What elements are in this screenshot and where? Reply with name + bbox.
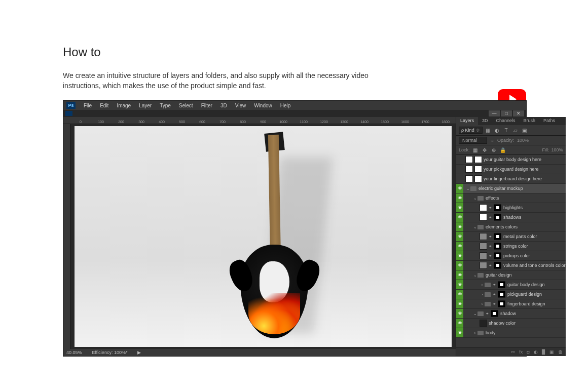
layer-name-label[interactable]: effects [486, 195, 566, 201]
visibility-toggle[interactable] [456, 155, 463, 164]
mask-thumb[interactable] [498, 281, 505, 288]
menu-layer[interactable]: Layer [135, 102, 156, 109]
visibility-toggle[interactable]: 👁 [456, 193, 463, 203]
layer-name-label[interactable]: pickguard design [507, 292, 566, 297]
menu-type[interactable]: Type [156, 102, 175, 109]
layer-row[interactable]: 👁›body [456, 328, 566, 338]
expand-arrow-icon[interactable]: ⌄ [472, 225, 477, 229]
visibility-toggle[interactable]: 👁 [456, 222, 463, 231]
layer-name-label[interactable]: highlights [503, 205, 566, 210]
smart-thumb[interactable] [474, 175, 482, 182]
layer-name-label[interactable]: guitar body design [507, 282, 566, 287]
layer-name-label[interactable]: pickups color [503, 253, 566, 258]
layer-name-label[interactable]: guitar design [486, 272, 566, 278]
layer-name-label[interactable]: shadow color [489, 321, 566, 326]
visibility-toggle[interactable]: 👁 [456, 299, 463, 308]
layer-row[interactable]: 👁›⚭guitar body design [456, 280, 566, 290]
layer-thumb[interactable] [465, 175, 473, 182]
mask-thumb[interactable] [498, 300, 505, 307]
close-button[interactable]: ✕ [513, 110, 524, 116]
expand-arrow-icon[interactable]: ⌄ [472, 273, 477, 278]
layer-name-label[interactable]: shadows [503, 215, 566, 220]
layer-row[interactable]: 👁⚭highlights [456, 203, 566, 213]
layer-row[interactable]: 👁shadow color [456, 319, 566, 328]
layer-name-label[interactable]: strings color [503, 244, 566, 249]
maximize-button[interactable]: □ [501, 110, 512, 116]
blend-mode-select[interactable]: Normal [459, 137, 487, 144]
filter-shape-icon[interactable]: ▱ [512, 127, 519, 134]
layer-row[interactable]: 👁⌄effects [456, 193, 566, 203]
adjustment-icon[interactable]: ◐ [534, 349, 538, 355]
mask-thumb[interactable] [498, 291, 505, 298]
filter-pixel-icon[interactable]: ▦ [485, 127, 492, 134]
menu-file[interactable]: File [80, 102, 96, 109]
layer-name-label[interactable]: your pickguard design here [484, 167, 566, 172]
layer-row[interactable]: 👁⌄electric guitar mockup [456, 184, 566, 193]
layer-name-label[interactable]: electric guitar mockup [479, 186, 566, 191]
layer-row[interactable]: 👁›⚭pickguard design [456, 290, 566, 299]
layer-name-label[interactable]: body [486, 330, 566, 335]
menu-view[interactable]: View [231, 102, 250, 109]
panel-tab-paths[interactable]: Paths [539, 117, 559, 125]
menu-3d[interactable]: 3D [216, 102, 231, 109]
mask-thumb[interactable] [491, 310, 498, 317]
opacity-value[interactable]: 100% [517, 138, 529, 143]
layer-row[interactable]: 👁⚭shadows [456, 213, 566, 222]
scroll-arrow-icon[interactable]: ▶ [137, 350, 141, 355]
layer-name-label[interactable]: fingerboard design [507, 301, 566, 306]
expand-arrow-icon[interactable]: ⌄ [472, 311, 477, 316]
delete-icon[interactable]: 🗑 [558, 349, 563, 355]
layer-name-label[interactable]: your guitar body design here [484, 157, 566, 162]
layer-row[interactable]: 👁⌄elements colors [456, 222, 566, 232]
layer-name-label[interactable]: shadow [500, 311, 566, 316]
visibility-toggle[interactable]: 👁 [456, 328, 463, 337]
panel-tab-layers[interactable]: Layers [456, 117, 478, 125]
visibility-toggle[interactable]: 👁 [456, 232, 463, 241]
filter-kind-select[interactable]: ρ Kind≑ [459, 127, 483, 134]
visibility-toggle[interactable]: 👁 [456, 203, 463, 212]
lock-position-icon[interactable]: ✥ [481, 146, 488, 153]
document-tab[interactable] [65, 111, 72, 116]
layer-thumb[interactable] [465, 156, 473, 163]
panel-tab-brush[interactable]: Brush [520, 117, 540, 125]
visibility-toggle[interactable]: 👁 [456, 319, 463, 328]
layer-row[interactable]: 👁⚭pickups color [456, 251, 566, 261]
mask-icon[interactable]: ◘ [527, 349, 529, 355]
visibility-toggle[interactable]: 👁 [456, 280, 463, 289]
new-layer-icon[interactable]: ▣ [549, 349, 554, 355]
smart-thumb[interactable] [474, 166, 482, 173]
layer-row[interactable]: your fingerboard design here [456, 174, 566, 184]
fx-icon[interactable]: fx [519, 349, 523, 355]
visibility-toggle[interactable]: 👁 [456, 251, 463, 260]
panel-tab-channels[interactable]: Channels [492, 117, 520, 125]
visibility-toggle[interactable]: 👁 [456, 270, 463, 280]
layers-list[interactable]: your guitar body design hereyour pickgua… [456, 155, 566, 347]
expand-arrow-icon[interactable]: › [480, 302, 485, 306]
link-layers-icon[interactable]: ⚯ [511, 349, 515, 355]
layer-row[interactable]: 👁⚭volume and tone controls color [456, 261, 566, 270]
menu-select[interactable]: Select [175, 102, 197, 109]
visibility-toggle[interactable]: 👁 [456, 261, 463, 270]
fill-value[interactable]: 100% [552, 147, 563, 152]
layer-name-label[interactable]: volume and tone controls color [503, 263, 566, 268]
layer-row[interactable]: 👁⌄⚭shadow [456, 309, 566, 319]
visibility-toggle[interactable]: 👁 [456, 184, 463, 193]
layer-thumb[interactable] [465, 166, 473, 173]
visibility-toggle[interactable] [456, 174, 463, 183]
visibility-toggle[interactable] [456, 165, 463, 174]
smart-thumb[interactable] [474, 156, 482, 163]
menu-filter[interactable]: Filter [197, 102, 216, 109]
expand-arrow-icon[interactable]: ⌄ [465, 186, 470, 191]
lock-all-icon[interactable]: 🔒 [499, 146, 506, 153]
visibility-toggle[interactable]: 👁 [456, 242, 463, 251]
menu-window[interactable]: Window [250, 102, 276, 109]
layer-name-label[interactable]: your fingerboard design here [484, 176, 566, 181]
layer-name-label[interactable]: elements colors [486, 224, 566, 229]
menu-help[interactable]: Help [276, 102, 295, 109]
expand-arrow-icon[interactable]: › [480, 292, 485, 297]
filter-smart-icon[interactable]: ▣ [521, 127, 528, 134]
filter-type-icon[interactable]: T [503, 127, 510, 134]
layer-name-label[interactable]: metal parts color [503, 234, 566, 239]
layer-row[interactable]: your guitar body design here [456, 155, 566, 165]
lock-artboard-icon[interactable]: ⊕ [490, 146, 497, 153]
